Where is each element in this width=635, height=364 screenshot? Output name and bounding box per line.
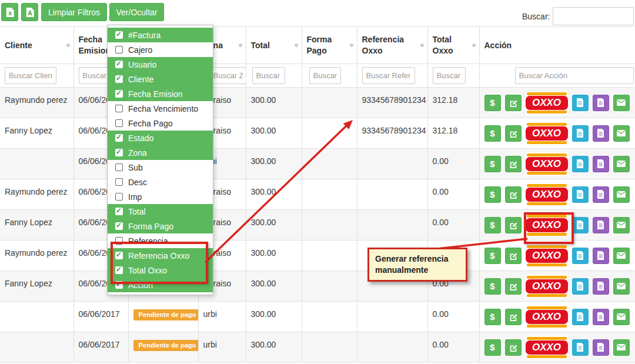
pay-button[interactable]: $ (484, 309, 501, 325)
email-button[interactable] (613, 248, 630, 264)
edit-button[interactable] (505, 278, 522, 295)
email-button[interactable] (613, 339, 630, 356)
table-row: 06/06/2017 Pendiente de pago urbi 300.00… (0, 302, 635, 332)
export-pdf-button[interactable]: A (21, 3, 38, 21)
document-icon (597, 221, 604, 229)
clear-filters-button[interactable]: Limpiar Filtros (41, 3, 107, 21)
oxxo-reference-button[interactable]: OXXO (526, 152, 568, 176)
edit-button[interactable] (505, 156, 522, 172)
menu-item-fecha-pago[interactable]: Fecha Pago (108, 116, 213, 131)
edit-button[interactable] (505, 339, 522, 356)
menu-item-cajero[interactable]: Cajero (108, 42, 213, 57)
pay-button[interactable]: $ (484, 278, 501, 295)
sort-icon (238, 41, 243, 51)
cell-total: 300.00 (246, 241, 302, 271)
invoice-document-button[interactable] (572, 248, 589, 264)
show-hide-columns-button[interactable]: Ver/Ocultar (109, 3, 164, 21)
pay-button[interactable]: $ (484, 339, 501, 356)
menu-item-cliente[interactable]: Cliente (108, 72, 213, 86)
email-button[interactable] (613, 278, 630, 295)
column-header-total[interactable]: Total (246, 27, 302, 64)
cell-zona: urbi (198, 302, 246, 332)
checkbox-checked-icon (115, 31, 123, 39)
filter-zona-input[interactable] (209, 67, 246, 84)
email-button[interactable] (613, 156, 630, 172)
menu-item-estado[interactable]: Estado (108, 131, 213, 145)
pay-button[interactable]: $ (484, 125, 501, 142)
oxxo-reference-button[interactable]: OXXO (526, 275, 568, 298)
menu-item-fecha-vencimiento[interactable]: Fecha Vencimiento (108, 101, 213, 116)
filter-total-oxxo-input[interactable] (433, 67, 466, 84)
edit-button[interactable] (505, 95, 522, 111)
oxxo-logo: OXXO (526, 126, 568, 141)
filter-total-input[interactable] (252, 67, 285, 84)
oxxo-reference-button[interactable]: OXXO (526, 122, 568, 145)
table-row: 06/06/2017 Pendiente de pago urbi 300.00… (0, 332, 635, 363)
column-header-cliente[interactable]: Cliente (0, 27, 73, 64)
email-button[interactable] (613, 95, 630, 111)
oxxo-reference-button[interactable]: OXXO (526, 91, 568, 115)
filter-forma-pago-input[interactable] (309, 67, 341, 84)
pay-button[interactable]: $ (484, 186, 501, 203)
invoice-document-button[interactable] (572, 309, 589, 325)
ticket-document-button[interactable] (593, 217, 609, 233)
menu-item-usuario[interactable]: Usuario (108, 57, 213, 72)
edit-button[interactable] (505, 309, 522, 325)
envelope-icon (617, 252, 626, 259)
ticket-document-button[interactable] (593, 339, 609, 356)
column-header-total-oxxo[interactable]: Total Oxxo (427, 27, 479, 64)
ticket-document-button[interactable] (593, 309, 609, 325)
global-search-input[interactable] (553, 7, 634, 25)
filter-referencia-oxxo-input[interactable] (362, 67, 415, 84)
pay-button[interactable]: $ (484, 248, 501, 264)
filter-cliente-input[interactable] (5, 67, 56, 84)
edit-icon (509, 313, 517, 321)
menu-item-factura[interactable]: #Factura (108, 28, 213, 42)
cell-forma-pago (302, 241, 357, 271)
document-icon (597, 312, 604, 321)
pay-button[interactable]: $ (484, 156, 501, 172)
column-header-forma-pago[interactable]: Forma Pago (302, 27, 357, 64)
edit-button[interactable] (505, 125, 522, 142)
invoice-document-button[interactable] (572, 278, 589, 295)
highlight-rect-menu-items (111, 242, 208, 284)
email-button[interactable] (613, 186, 630, 203)
ticket-document-button[interactable] (593, 125, 609, 142)
oxxo-reference-button[interactable]: OXXO (526, 183, 568, 206)
email-button[interactable] (613, 309, 630, 325)
envelope-icon (617, 344, 626, 350)
invoice-document-button[interactable] (572, 217, 589, 233)
cell-accion: $ OXXO (479, 332, 635, 363)
invoice-document-button[interactable] (572, 125, 589, 142)
menu-item-desc[interactable]: Desc (108, 175, 213, 189)
oxxo-reference-button[interactable]: OXXO (526, 244, 568, 268)
export-excel-button[interactable]: x (1, 3, 18, 21)
invoice-document-button[interactable] (572, 95, 589, 111)
invoice-document-button[interactable] (572, 156, 589, 172)
ticket-document-button[interactable] (593, 278, 609, 295)
edit-button[interactable] (505, 217, 522, 233)
ticket-document-button[interactable] (593, 95, 609, 111)
menu-item-total[interactable]: Total (108, 204, 213, 219)
ticket-document-button[interactable] (593, 156, 609, 172)
edit-button[interactable] (505, 248, 522, 264)
pay-button[interactable]: $ (484, 217, 501, 233)
oxxo-reference-button[interactable]: OXXO (526, 305, 568, 329)
menu-item-zona[interactable]: Zona (108, 145, 213, 160)
edit-button[interactable] (505, 186, 522, 203)
menu-item-forma-pago[interactable]: Forma Pago (108, 219, 213, 233)
invoice-document-button[interactable] (572, 186, 589, 203)
menu-item-imp[interactable]: Imp (108, 189, 213, 204)
ticket-document-button[interactable] (593, 248, 609, 264)
oxxo-reference-button[interactable]: OXXO (526, 336, 568, 359)
invoice-document-button[interactable] (572, 339, 589, 356)
filter-accion-input[interactable] (515, 67, 634, 84)
pay-button[interactable]: $ (484, 95, 501, 111)
oxxo-logo: OXXO (526, 249, 568, 263)
ticket-document-button[interactable] (593, 186, 609, 203)
email-button[interactable] (613, 125, 630, 142)
menu-item-sub[interactable]: Sub (108, 160, 213, 175)
column-header-referencia-oxxo[interactable]: Referencia Oxxo (357, 27, 427, 64)
email-button[interactable] (613, 217, 630, 233)
menu-item-fecha-emision[interactable]: Fecha Emision (108, 86, 213, 101)
